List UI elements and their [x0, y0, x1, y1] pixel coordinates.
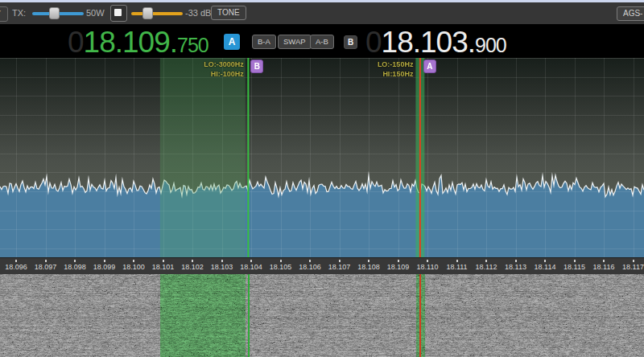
scale-tick: [104, 260, 105, 262]
scale-tick: [485, 260, 487, 262]
scale-label: 18.099: [93, 263, 116, 271]
vfo-b-filter-labels: LO:-3000Hz HI:-100Hz: [163, 60, 244, 79]
scale-label: 18.116: [593, 263, 615, 271]
scale-tick: [15, 260, 17, 262]
scale-tick: [74, 260, 76, 262]
scale-label: 18.103: [211, 263, 233, 271]
scale-label: 18.106: [299, 263, 321, 271]
gain-slider-handle[interactable]: [142, 7, 153, 19]
scale-tick: [427, 260, 428, 262]
square-icon: [114, 9, 122, 16]
scale-tick: [574, 260, 576, 262]
spectrum-canvas[interactable]: [0, 58, 644, 257]
vfo-b-leading-zero: 0: [365, 26, 382, 60]
scale-label: 18.105: [270, 263, 292, 271]
scale-label: 18.107: [328, 263, 351, 271]
scale-tick: [45, 260, 47, 262]
scale-label: 18.108: [357, 263, 380, 271]
clipped-button[interactable]: ✓: [0, 6, 8, 22]
scale-tick: [456, 260, 458, 262]
vfo-a-filter-lo-label: LO:-150Hz: [332, 60, 413, 69]
vfo-a-marker-badge[interactable]: A: [423, 60, 436, 73]
tx-power-slider[interactable]: [32, 2, 84, 24]
vfo-b-display[interactable]: 0 18.103. 900: [365, 26, 506, 60]
scale-tick: [221, 260, 223, 262]
scale-tick: [544, 260, 546, 262]
scale-label: 18.104: [240, 263, 262, 271]
scale-label: 18.096: [5, 263, 27, 271]
frequency-scale[interactable]: 18.09518.09618.09718.09818.09918.10018.1…: [0, 257, 644, 274]
scale-label: 18.111: [446, 263, 467, 271]
scale-tick: [603, 260, 605, 262]
vfo-b-filter-lo-label: LO:-3000Hz: [163, 60, 244, 69]
scale-label: 18.098: [64, 263, 86, 271]
vfo-a-leading-zero: 0: [68, 26, 84, 60]
toolbar: ✓ TX: 50W -33 dB TONE AGS-: [0, 2, 644, 25]
waterfall-canvas[interactable]: [0, 274, 644, 357]
vfo-b-marker-badge[interactable]: B: [250, 60, 263, 73]
scale-label: 18.100: [122, 263, 145, 271]
scale-label: 18.112: [476, 263, 497, 271]
ags-button[interactable]: AGS-: [617, 6, 644, 21]
swap-button[interactable]: SWAP: [278, 35, 312, 49]
tx-power-slider-handle[interactable]: [49, 7, 60, 19]
scale-label: 18.114: [535, 263, 556, 271]
square-indicator-button[interactable]: [110, 5, 127, 22]
scale-tick: [250, 260, 252, 262]
vfo-a-minor-digits: 750: [177, 34, 208, 57]
tone-button[interactable]: TONE: [211, 6, 246, 20]
scale-label: 18.109: [387, 263, 410, 271]
vfo-a-main-digits: 18.109.: [84, 26, 177, 60]
scale-label: 18.102: [181, 263, 204, 271]
scale-label: 18.097: [35, 263, 57, 271]
scale-tick: [133, 260, 134, 262]
scale-label: 18.113: [505, 263, 526, 271]
scale-label: 18.117: [622, 263, 644, 271]
scale-tick: [515, 260, 517, 262]
scale-label: 18.110: [417, 263, 439, 271]
scale-tick: [192, 260, 193, 262]
scale-tick: [309, 260, 311, 262]
scale-tick: [633, 260, 634, 262]
gain-value: -33 dB: [185, 2, 211, 24]
scale-tick: [163, 260, 164, 262]
a-to-b-button[interactable]: A-B: [310, 35, 334, 49]
vfo-a-filter-hi-label: HI:150Hz: [332, 69, 413, 79]
tx-label: TX:: [12, 2, 26, 24]
sdr-panadapter-window: { "toolbar": { "clipped_glyph": "✓", "tx…: [0, 0, 644, 357]
scale-tick: [339, 260, 341, 262]
tx-power-value: 50W: [86, 2, 105, 24]
vfo-b-main-digits: 18.103.: [382, 26, 475, 60]
vfo-b-minor-digits: 900: [475, 34, 506, 57]
scale-tick: [368, 260, 369, 262]
scale-label: 18.101: [152, 263, 175, 271]
spectrum-display: LO:-3000Hz HI:-100Hz B LO:-150Hz HI:150H…: [0, 58, 644, 257]
vfo-a-filter-labels: LO:-150Hz HI:150Hz: [332, 60, 413, 79]
vfo-b-filter-hi-label: HI:-100Hz: [163, 69, 244, 79]
scale-tick: [280, 260, 282, 262]
vfo-a-badge[interactable]: A: [224, 34, 240, 50]
frequency-bar: 0 18.109. 750 A B-A SWAP A-B B 0 18.103.…: [0, 24, 644, 58]
gain-slider-track[interactable]: [131, 12, 183, 15]
gain-slider[interactable]: [131, 2, 183, 24]
vfo-a-display[interactable]: 0 18.109. 750: [68, 26, 208, 60]
b-to-a-button[interactable]: B-A: [252, 35, 276, 49]
vfo-b-button[interactable]: B: [344, 35, 357, 49]
scale-label: 18.115: [564, 263, 585, 271]
scale-tick: [398, 260, 399, 262]
